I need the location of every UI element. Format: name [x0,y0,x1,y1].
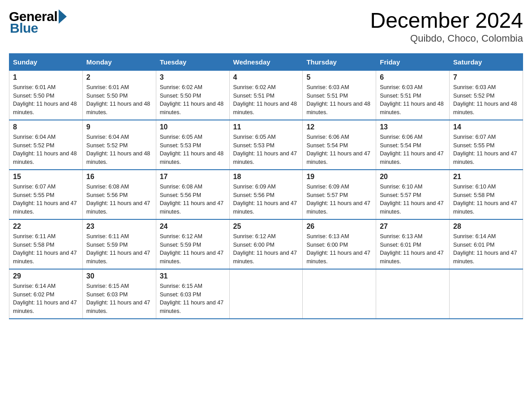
day-info: Sunrise: 6:01 AM Sunset: 5:50 PM Dayligh… [13,83,79,117]
table-row: 5 Sunrise: 6:03 AM Sunset: 5:51 PM Dayli… [303,70,376,120]
day-number: 26 [306,223,372,231]
day-number: 5 [306,73,372,81]
day-number: 16 [86,173,152,181]
table-row: 6 Sunrise: 6:03 AM Sunset: 5:51 PM Dayli… [376,70,450,120]
header-monday: Monday [82,53,156,70]
table-row: 2 Sunrise: 6:01 AM Sunset: 5:50 PM Dayli… [82,70,156,120]
day-number: 9 [86,123,152,131]
header-sunday: Sunday [9,53,83,70]
day-info: Sunrise: 6:06 AM Sunset: 5:54 PM Dayligh… [380,133,446,167]
table-row: 17 Sunrise: 6:08 AM Sunset: 5:56 PM Dayl… [156,170,229,219]
table-row [376,269,450,319]
day-number: 30 [86,272,152,280]
table-row: 21 Sunrise: 6:10 AM Sunset: 5:58 PM Dayl… [450,170,523,219]
day-number: 28 [453,223,519,231]
day-number: 8 [13,123,79,131]
day-info: Sunrise: 6:04 AM Sunset: 5:52 PM Dayligh… [13,133,79,167]
table-row: 7 Sunrise: 6:03 AM Sunset: 5:52 PM Dayli… [450,70,523,120]
table-row: 8 Sunrise: 6:04 AM Sunset: 5:52 PM Dayli… [9,120,83,170]
day-number: 10 [160,123,226,131]
day-info: Sunrise: 6:08 AM Sunset: 5:56 PM Dayligh… [160,183,226,216]
table-row [229,269,303,319]
table-row: 3 Sunrise: 6:02 AM Sunset: 5:50 PM Dayli… [156,70,229,120]
table-row: 30 Sunrise: 6:15 AM Sunset: 6:03 PM Dayl… [82,269,156,319]
header-thursday: Thursday [303,53,376,70]
table-row: 29 Sunrise: 6:14 AM Sunset: 6:02 PM Dayl… [9,269,83,319]
day-info: Sunrise: 6:07 AM Sunset: 5:55 PM Dayligh… [453,133,519,167]
logo-blue-text: Blue [10,21,38,36]
logo: General Blue [9,9,67,36]
day-number: 17 [160,173,226,181]
day-info: Sunrise: 6:11 AM Sunset: 5:58 PM Dayligh… [13,232,79,266]
day-number: 14 [453,123,519,131]
table-row: 20 Sunrise: 6:10 AM Sunset: 5:57 PM Dayl… [376,170,450,219]
day-number: 25 [233,223,299,231]
page-header: General Blue December 2024 Quibdo, Choco… [9,9,523,44]
table-row: 14 Sunrise: 6:07 AM Sunset: 5:55 PM Dayl… [450,120,523,170]
day-info: Sunrise: 6:10 AM Sunset: 5:57 PM Dayligh… [380,183,446,216]
day-info: Sunrise: 6:10 AM Sunset: 5:58 PM Dayligh… [453,183,519,216]
day-number: 19 [306,173,372,181]
day-info: Sunrise: 6:06 AM Sunset: 5:54 PM Dayligh… [306,133,372,167]
day-number: 4 [233,73,299,81]
table-row: 4 Sunrise: 6:02 AM Sunset: 5:51 PM Dayli… [229,70,303,120]
day-info: Sunrise: 6:15 AM Sunset: 6:03 PM Dayligh… [160,282,226,316]
table-row: 12 Sunrise: 6:06 AM Sunset: 5:54 PM Dayl… [303,120,376,170]
day-number: 24 [160,223,226,231]
table-row: 10 Sunrise: 6:05 AM Sunset: 5:53 PM Dayl… [156,120,229,170]
weekday-header-row: Sunday Monday Tuesday Wednesday Thursday… [9,53,523,70]
table-row [303,269,376,319]
table-row: 18 Sunrise: 6:09 AM Sunset: 5:56 PM Dayl… [229,170,303,219]
table-row: 15 Sunrise: 6:07 AM Sunset: 5:55 PM Dayl… [9,170,83,219]
day-info: Sunrise: 6:02 AM Sunset: 5:50 PM Dayligh… [160,83,226,117]
day-info: Sunrise: 6:09 AM Sunset: 5:56 PM Dayligh… [233,183,299,216]
day-info: Sunrise: 6:03 AM Sunset: 5:51 PM Dayligh… [380,83,446,117]
day-info: Sunrise: 6:13 AM Sunset: 6:00 PM Dayligh… [306,232,372,266]
day-number: 6 [380,73,446,81]
table-row: 9 Sunrise: 6:04 AM Sunset: 5:52 PM Dayli… [82,120,156,170]
day-info: Sunrise: 6:01 AM Sunset: 5:50 PM Dayligh… [86,83,152,117]
day-number: 31 [160,272,226,280]
table-row [450,269,523,319]
table-row: 31 Sunrise: 6:15 AM Sunset: 6:03 PM Dayl… [156,269,229,319]
day-number: 22 [13,223,79,231]
day-number: 23 [86,223,152,231]
day-info: Sunrise: 6:13 AM Sunset: 6:01 PM Dayligh… [380,232,446,266]
day-number: 27 [380,223,446,231]
day-number: 18 [233,173,299,181]
table-row: 26 Sunrise: 6:13 AM Sunset: 6:00 PM Dayl… [303,219,376,269]
day-info: Sunrise: 6:12 AM Sunset: 5:59 PM Dayligh… [160,232,226,266]
day-number: 2 [86,73,152,81]
calendar-week-row: 1 Sunrise: 6:01 AM Sunset: 5:50 PM Dayli… [9,70,523,120]
day-info: Sunrise: 6:09 AM Sunset: 5:57 PM Dayligh… [306,183,372,216]
table-row: 28 Sunrise: 6:14 AM Sunset: 6:01 PM Dayl… [450,219,523,269]
day-info: Sunrise: 6:14 AM Sunset: 6:02 PM Dayligh… [13,282,79,316]
table-row: 13 Sunrise: 6:06 AM Sunset: 5:54 PM Dayl… [376,120,450,170]
logo-triangle-icon [59,9,67,24]
header-friday: Friday [376,53,450,70]
day-number: 1 [13,73,79,81]
table-row: 27 Sunrise: 6:13 AM Sunset: 6:01 PM Dayl… [376,219,450,269]
day-number: 21 [453,173,519,181]
calendar-week-row: 22 Sunrise: 6:11 AM Sunset: 5:58 PM Dayl… [9,219,523,269]
day-number: 12 [306,123,372,131]
day-number: 13 [380,123,446,131]
header-tuesday: Tuesday [156,53,229,70]
day-number: 29 [13,272,79,280]
table-row: 22 Sunrise: 6:11 AM Sunset: 5:58 PM Dayl… [9,219,83,269]
day-info: Sunrise: 6:14 AM Sunset: 6:01 PM Dayligh… [453,232,519,266]
table-row: 1 Sunrise: 6:01 AM Sunset: 5:50 PM Dayli… [9,70,83,120]
day-number: 15 [13,173,79,181]
table-row: 24 Sunrise: 6:12 AM Sunset: 5:59 PM Dayl… [156,219,229,269]
day-info: Sunrise: 6:02 AM Sunset: 5:51 PM Dayligh… [233,83,299,117]
calendar-title: December 2024 [370,9,523,33]
title-block: December 2024 Quibdo, Choco, Colombia [370,9,523,44]
day-info: Sunrise: 6:03 AM Sunset: 5:52 PM Dayligh… [453,83,519,117]
table-row: 19 Sunrise: 6:09 AM Sunset: 5:57 PM Dayl… [303,170,376,219]
day-number: 7 [453,73,519,81]
calendar-week-row: 29 Sunrise: 6:14 AM Sunset: 6:02 PM Dayl… [9,269,523,319]
header-wednesday: Wednesday [229,53,303,70]
day-info: Sunrise: 6:07 AM Sunset: 5:55 PM Dayligh… [13,183,79,216]
calendar-week-row: 15 Sunrise: 6:07 AM Sunset: 5:55 PM Dayl… [9,170,523,219]
day-info: Sunrise: 6:05 AM Sunset: 5:53 PM Dayligh… [160,133,226,167]
